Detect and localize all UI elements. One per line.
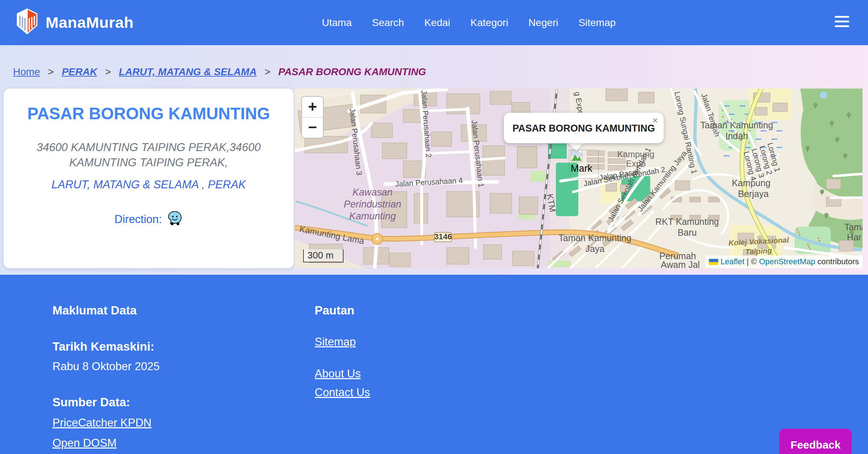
map-label: Har [847, 232, 861, 242]
brand-name: ManaMurah [46, 14, 133, 31]
opendosm-link[interactable]: Open DOSM [52, 437, 116, 450]
leaflet-link[interactable]: Leaflet [720, 257, 744, 266]
svg-text:3146: 3146 [434, 232, 452, 241]
breadcrumb-separator: > [105, 66, 111, 77]
road-badge: 3146 [434, 232, 452, 242]
nav-kategori[interactable]: Kategori [471, 17, 508, 29]
popup-title: PASAR BORONG KAMUNTING [504, 113, 664, 134]
premise-district-line: LARUT, MATANG & SELAMA , PERAK [4, 178, 294, 191]
pricecatcher-link[interactable]: PriceCatcher KPDN [52, 416, 152, 429]
map-label: RKT Kamunting [655, 217, 719, 227]
main-nav: Utama Search Kedai Kategori Negeri Sitem… [322, 0, 616, 45]
district-link[interactable]: LARUT, MATANG & SELAMA [51, 178, 199, 191]
map-marker[interactable]: Mark [571, 150, 592, 174]
map-label: Kamunting [349, 211, 396, 222]
breadcrumb: Home > PERAK > LARUT, MATANG & SELAMA > … [0, 45, 868, 78]
nav-negeri[interactable]: Negeri [528, 17, 558, 29]
waze-icon[interactable] [167, 210, 183, 229]
breadcrumb-home[interactable]: Home [13, 66, 40, 77]
breadcrumb-perak[interactable]: PERAK [62, 66, 97, 77]
feedback-button[interactable]: Feedback [779, 429, 852, 454]
footer-contact-link[interactable]: Contact Us [315, 386, 370, 399]
nav-kedai[interactable]: Kedai [424, 17, 450, 29]
premise-address: 34600 KAMUNTING TAIPING PERAK,34600 KAMU… [18, 140, 279, 170]
main-content: Home > PERAK > LARUT, MATANG & SELAMA > … [0, 45, 868, 275]
footer-heading-pautan: Pautan [315, 304, 370, 317]
state-link[interactable]: PERAK [208, 178, 246, 191]
map-label: Kampung [732, 178, 770, 188]
breadcrumb-district[interactable]: LARUT, MATANG & SELAMA [119, 66, 257, 77]
manamurah-logo-icon [15, 8, 39, 38]
premise-card: PASAR BORONG KAMUNTING 34600 KAMUNTING T… [4, 89, 294, 268]
updated-label: Tarikh Kemaskini: [52, 340, 315, 354]
breadcrumb-separator: > [48, 66, 54, 77]
leaflet-map[interactable]: 3146 Jalan Perusahaan 3Jalan Perusahaan … [295, 89, 863, 268]
footer: Maklumat Data Tarikh Kemaskini: Rabu 8 O… [0, 275, 868, 454]
footer-about-link[interactable]: About Us [315, 367, 361, 380]
map-attribution: Leaflet | © OpenStreetMap contributors [705, 256, 863, 268]
brand-logo[interactable]: ManaMurah [15, 8, 133, 38]
map-popup: PASAR BORONG KAMUNTING × [504, 113, 664, 143]
zoom-in-button[interactable]: + [302, 97, 323, 117]
breadcrumb-current: PASAR BORONG KAMUNTING [278, 66, 426, 77]
osm-link[interactable]: OpenStreetMap [759, 257, 815, 266]
premise-title: PASAR BORONG KAMUNTING [4, 104, 294, 123]
map-label: Indah [726, 131, 748, 141]
map-label: Awam Jal [661, 260, 700, 268]
ukraine-flag-icon [709, 259, 718, 265]
map-zoom-control: + − [301, 96, 324, 138]
updated-value: Rabu 8 Oktober 2025 [52, 360, 315, 373]
nav-search[interactable]: Search [372, 17, 404, 29]
footer-heading-maklumat: Maklumat Data [52, 304, 315, 317]
footer-col-pautan: Pautan Sitemap About Us Contact Us [315, 275, 370, 454]
nav-sitemap[interactable]: Sitemap [579, 17, 616, 29]
nav-utama[interactable]: Utama [322, 17, 352, 29]
zoom-out-button[interactable]: − [302, 117, 323, 138]
map-label: Tama [844, 222, 863, 232]
map-label: Kawasan [352, 187, 392, 198]
popup-close-icon[interactable]: × [652, 115, 658, 126]
map-label: Berjaya [738, 189, 769, 199]
direction-label: Direction: [115, 213, 162, 226]
breadcrumb-separator: > [264, 66, 270, 77]
map-label: Taman Kamunting [558, 233, 631, 243]
marker-alt-text: Mark [571, 163, 592, 174]
map-label: Baru [678, 227, 697, 237]
footer-col-maklumat: Maklumat Data Tarikh Kemaskini: Rabu 8 O… [0, 275, 315, 454]
footer-sitemap-link[interactable]: Sitemap [315, 335, 356, 348]
map-label: Taiping [745, 246, 772, 256]
hamburger-menu-icon[interactable] [835, 16, 849, 30]
map-label: Perindustrian [344, 199, 401, 210]
map-scale: 300 m [303, 249, 344, 262]
broken-image-icon [571, 150, 582, 162]
top-navbar: ManaMurah Utama Search Kedai Kategori Ne… [0, 0, 868, 45]
source-label: Sumber Data: [52, 395, 315, 409]
map-label: Jaya [586, 244, 605, 254]
